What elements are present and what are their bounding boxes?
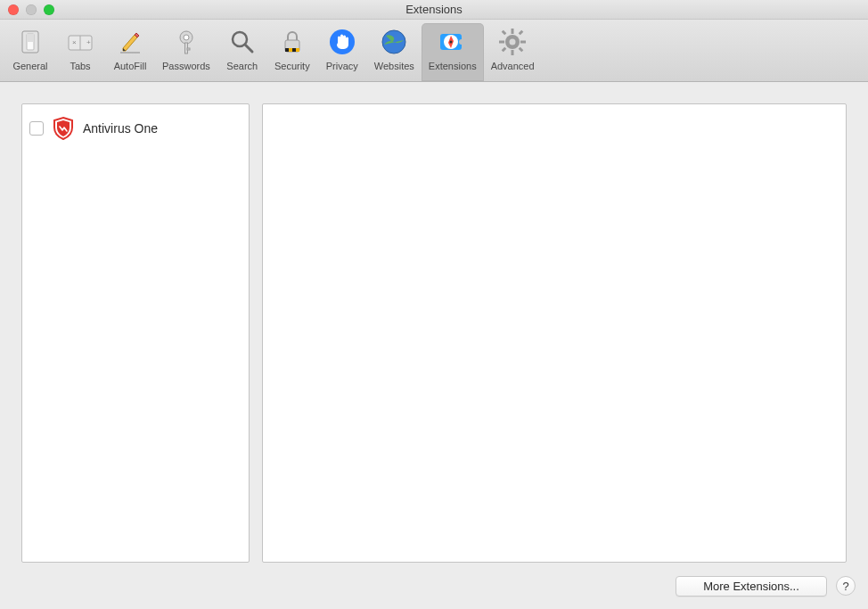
toolbar-item-label: AutoFill	[114, 61, 147, 71]
traffic-lights	[0, 4, 54, 15]
toolbar-item-label: General	[12, 61, 47, 71]
toolbar-item-websites[interactable]: Websites	[367, 23, 422, 81]
minimize-window-button[interactable]	[26, 4, 37, 15]
toolbar-item-passwords[interactable]: Passwords	[155, 23, 217, 81]
toolbar-item-general[interactable]: General	[5, 23, 55, 81]
toolbar-item-label: Passwords	[162, 61, 210, 71]
content-area: Antivirus One	[0, 82, 868, 570]
toolbar-item-label: Privacy	[326, 61, 358, 71]
svg-rect-2	[27, 34, 34, 42]
extensions-list-panel: Antivirus One	[21, 103, 250, 563]
svg-rect-19	[285, 48, 289, 52]
help-button[interactable]: ?	[836, 576, 856, 596]
toolbar-item-security[interactable]: Security	[267, 23, 317, 81]
svg-rect-33	[519, 47, 524, 53]
svg-text:+: +	[86, 38, 91, 46]
shield-icon	[51, 116, 76, 141]
toolbar-item-tabs[interactable]: × + Tabs	[55, 23, 105, 81]
svg-rect-31	[520, 41, 526, 44]
switch-icon	[15, 27, 45, 57]
toolbar-item-advanced[interactable]: Advanced	[484, 23, 542, 81]
svg-line-16	[245, 45, 252, 52]
lock-icon	[277, 27, 307, 57]
window-title: Extensions	[0, 3, 868, 16]
toolbar-item-privacy[interactable]: Privacy	[317, 23, 367, 81]
hand-icon	[327, 27, 357, 57]
preferences-toolbar: General × + Tabs AutoFill	[0, 20, 868, 82]
toolbar-item-label: Search	[226, 61, 258, 71]
toolbar-item-autofill[interactable]: AutoFill	[105, 23, 155, 81]
extension-name: Antivirus One	[83, 121, 158, 136]
svg-rect-35	[502, 47, 507, 53]
svg-rect-29	[512, 50, 514, 55]
svg-rect-32	[502, 30, 507, 36]
svg-point-36	[510, 39, 516, 45]
svg-point-12	[184, 35, 189, 40]
key-icon	[171, 27, 201, 57]
extension-enable-checkbox[interactable]	[29, 121, 44, 136]
toolbar-item-label: Security	[274, 61, 310, 71]
toolbar-item-search[interactable]: Search	[217, 23, 267, 81]
svg-text:×: ×	[72, 38, 77, 46]
svg-rect-30	[499, 41, 504, 44]
pencil-icon	[115, 27, 145, 57]
toolbar-item-label: Tabs	[70, 61, 90, 71]
svg-rect-28	[512, 29, 514, 34]
zoom-window-button[interactable]	[44, 4, 54, 15]
compass-puzzle-icon	[438, 27, 468, 57]
extension-list-item[interactable]: Antivirus One	[22, 110, 249, 147]
footer: More Extensions... ?	[0, 570, 868, 609]
titlebar: Extensions	[0, 0, 868, 20]
svg-rect-34	[519, 30, 524, 36]
svg-rect-20	[292, 48, 296, 52]
toolbar-item-label: Websites	[374, 61, 414, 71]
magnifier-icon	[227, 27, 258, 57]
svg-marker-7	[123, 35, 137, 51]
extension-detail-panel	[262, 103, 847, 563]
more-extensions-button[interactable]: More Extensions...	[676, 576, 827, 597]
gear-icon	[497, 27, 528, 57]
tabs-icon: × +	[65, 27, 95, 57]
toolbar-item-label: Extensions	[429, 61, 477, 71]
svg-point-26	[449, 41, 452, 44]
toolbar-item-extensions[interactable]: Extensions	[422, 23, 484, 81]
svg-rect-14	[187, 48, 190, 50]
toolbar-item-label: Advanced	[491, 61, 535, 71]
globe-icon	[379, 27, 409, 57]
close-window-button[interactable]	[8, 4, 19, 15]
